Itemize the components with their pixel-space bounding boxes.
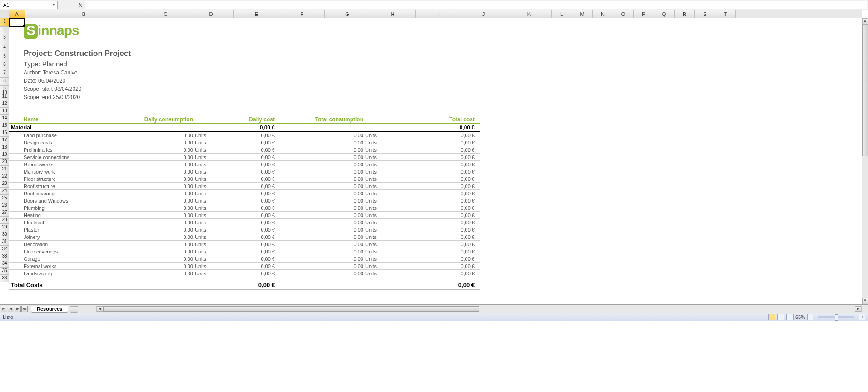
row-header[interactable]: 29 (0, 224, 9, 231)
column-header[interactable]: S (695, 10, 715, 18)
row-header[interactable]: 13 (0, 108, 9, 115)
row-header[interactable]: 35 (0, 268, 9, 275)
column-header[interactable]: J (461, 10, 506, 18)
row-header[interactable]: 8 (0, 78, 9, 86)
row-header[interactable]: 34 (0, 260, 9, 268)
row-header[interactable]: 17 (0, 137, 9, 144)
row-header[interactable]: 2 (0, 27, 9, 34)
column-header[interactable]: G (325, 10, 370, 18)
row-header[interactable]: 23 (0, 180, 9, 188)
view-layout-icon[interactable] (777, 314, 784, 320)
item-tc-val: 0,00 (275, 249, 363, 254)
row-header[interactable]: 15 (0, 122, 9, 129)
view-normal-icon[interactable] (768, 314, 775, 320)
item-dc-unit: Units (193, 271, 220, 276)
row-header[interactable]: 32 (0, 246, 9, 253)
item-daily-cost: 0,00 € (220, 133, 275, 138)
item-tc-unit: Units (363, 249, 391, 254)
item-tc-unit: Units (363, 213, 391, 218)
scroll-down-icon[interactable]: ▼ (862, 298, 868, 304)
row-header[interactable]: 25 (0, 195, 9, 202)
column-header[interactable]: L (552, 10, 572, 18)
row-header[interactable]: 3 (0, 34, 9, 44)
item-dc-unit: Units (193, 154, 220, 160)
col-name: Name (9, 116, 129, 123)
row-header[interactable]: 27 (0, 209, 9, 217)
column-header[interactable]: D (188, 10, 234, 18)
tab-next-icon[interactable]: ▶ (15, 306, 21, 312)
row-header[interactable]: 31 (0, 238, 9, 246)
tab-last-icon[interactable]: ⏭ (21, 306, 28, 312)
row-header[interactable]: 14 (0, 115, 9, 122)
column-header[interactable]: E (234, 10, 279, 18)
row-header[interactable]: 9 (0, 86, 9, 89)
column-header[interactable]: F (279, 10, 325, 18)
row-header[interactable]: 19 (0, 151, 9, 159)
item-name: Floor structure (9, 176, 129, 182)
tab-resources[interactable]: Resources (31, 306, 68, 313)
item-total-cost: 0,00 € (391, 220, 475, 225)
item-tc-unit: Units (363, 256, 391, 262)
view-pagebreak-icon[interactable] (786, 314, 794, 320)
row-header[interactable]: 4 (0, 44, 9, 53)
item-tc-unit: Units (363, 162, 391, 167)
zoom-out-icon[interactable]: − (807, 314, 813, 320)
hscroll-thumb[interactable] (103, 306, 479, 312)
column-header[interactable]: T (715, 10, 736, 18)
horizontal-scrollbar[interactable]: ◀ ▶ (96, 306, 862, 312)
item-total-cost: 0,00 € (391, 242, 475, 247)
row-header[interactable]: 22 (0, 173, 9, 180)
column-header[interactable]: A (9, 10, 25, 18)
item-name: Design costs (9, 140, 129, 145)
column-header[interactable]: B (25, 10, 143, 18)
zoom-slider[interactable] (818, 316, 854, 318)
column-header[interactable]: C (143, 10, 188, 18)
column-header[interactable]: K (506, 10, 552, 18)
sheet-area[interactable]: Sinnaps Project: Construction Project Ty… (9, 18, 862, 304)
item-dc-unit: Units (193, 205, 220, 211)
row-header[interactable]: 5 (0, 53, 9, 61)
column-header[interactable]: M (572, 10, 593, 18)
column-header[interactable]: O (613, 10, 634, 18)
row-header[interactable]: 12 (0, 100, 9, 108)
scroll-up-icon[interactable]: ▲ (862, 18, 868, 25)
formula-input[interactable] (85, 1, 867, 9)
item-dc-val: 0,00 (129, 256, 193, 262)
name-box[interactable]: A1 ▼ (1, 1, 58, 9)
fx-icon[interactable]: fx (78, 2, 82, 8)
item-dc-unit: Units (193, 234, 220, 240)
hscroll-track[interactable] (103, 306, 855, 312)
row-header[interactable]: 10 (0, 89, 9, 93)
table-header: Name Daily consumption Daily cost Total … (9, 116, 480, 124)
select-all-corner[interactable] (0, 10, 9, 18)
row-header[interactable]: 1 (0, 18, 9, 27)
row-header[interactable]: 26 (0, 202, 9, 209)
row-header[interactable]: 16 (0, 129, 9, 137)
vertical-scrollbar[interactable]: ▲ ▼ (862, 18, 868, 304)
row-header[interactable]: 33 (0, 253, 9, 260)
row-header[interactable]: 30 (0, 231, 9, 238)
row-header[interactable]: 7 (0, 69, 9, 78)
scroll-left-icon[interactable]: ◀ (97, 306, 103, 312)
row-header[interactable]: 18 (0, 144, 9, 151)
column-header[interactable]: N (593, 10, 613, 18)
new-sheet-icon[interactable] (70, 306, 78, 313)
column-header[interactable]: Q (654, 10, 675, 18)
tab-prev-icon[interactable]: ◀ (8, 306, 14, 312)
tab-first-icon[interactable]: ⏮ (1, 306, 7, 312)
row-header[interactable]: 36 (0, 275, 9, 282)
zoom-in-icon[interactable]: + (859, 314, 865, 320)
column-header[interactable]: R (675, 10, 695, 18)
column-header[interactable]: P (634, 10, 654, 18)
vscroll-thumb[interactable] (862, 25, 868, 156)
row-header[interactable]: 24 (0, 188, 9, 195)
row-header[interactable]: 6 (0, 61, 9, 69)
column-header[interactable]: H (370, 10, 416, 18)
row-header[interactable]: 21 (0, 166, 9, 173)
row-header[interactable]: 20 (0, 159, 9, 166)
scroll-right-icon[interactable]: ▶ (855, 306, 861, 312)
row-header[interactable]: 11 (0, 93, 9, 100)
item-daily-cost: 0,00 € (220, 227, 275, 233)
row-header[interactable]: 28 (0, 217, 9, 224)
column-header[interactable]: I (416, 10, 461, 18)
